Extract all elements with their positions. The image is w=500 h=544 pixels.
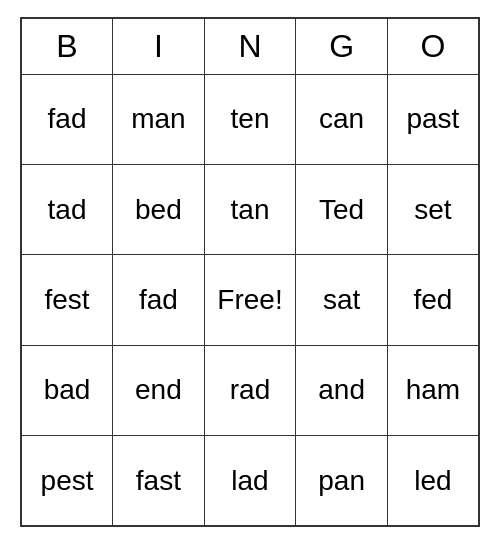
header-cell-g: G	[296, 18, 388, 74]
cell-r3-c0: bad	[21, 345, 113, 435]
table-row: tadbedtanTedset	[21, 164, 479, 254]
cell-r0-c0: fad	[21, 74, 113, 164]
cell-r4-c3: pan	[296, 436, 388, 526]
cell-r4-c0: pest	[21, 436, 113, 526]
cell-r3-c2: rad	[204, 345, 296, 435]
cell-r2-c1: fad	[113, 255, 205, 345]
header-cell-o: O	[387, 18, 479, 74]
cell-r4-c1: fast	[113, 436, 205, 526]
cell-r2-c0: fest	[21, 255, 113, 345]
cell-r4-c4: led	[387, 436, 479, 526]
table-row: badendradandham	[21, 345, 479, 435]
bingo-body: fadmantencanpasttadbedtanTedsetfestfadFr…	[21, 74, 479, 526]
cell-r0-c4: past	[387, 74, 479, 164]
cell-r0-c1: man	[113, 74, 205, 164]
cell-r3-c4: ham	[387, 345, 479, 435]
cell-r2-c4: fed	[387, 255, 479, 345]
cell-r3-c3: and	[296, 345, 388, 435]
header-cell-n: N	[204, 18, 296, 74]
table-row: festfadFree!satfed	[21, 255, 479, 345]
cell-r1-c2: tan	[204, 164, 296, 254]
header-cell-i: I	[113, 18, 205, 74]
table-row: pestfastladpanled	[21, 436, 479, 526]
cell-r1-c4: set	[387, 164, 479, 254]
cell-r1-c1: bed	[113, 164, 205, 254]
bingo-card: BINGO fadmantencanpasttadbedtanTedsetfes…	[20, 17, 480, 527]
cell-r2-c3: sat	[296, 255, 388, 345]
bingo-header: BINGO	[21, 18, 479, 74]
cell-r0-c2: ten	[204, 74, 296, 164]
cell-r2-c2: Free!	[204, 255, 296, 345]
cell-r3-c1: end	[113, 345, 205, 435]
table-row: fadmantencanpast	[21, 74, 479, 164]
cell-r1-c0: tad	[21, 164, 113, 254]
cell-r1-c3: Ted	[296, 164, 388, 254]
header-cell-b: B	[21, 18, 113, 74]
cell-r0-c3: can	[296, 74, 388, 164]
cell-r4-c2: lad	[204, 436, 296, 526]
